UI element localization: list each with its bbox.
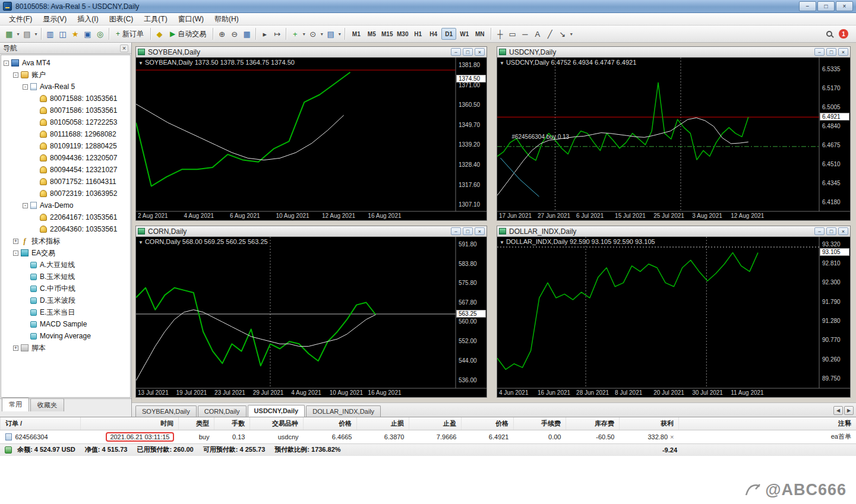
auto-scroll-icon[interactable]: ▸	[258, 27, 271, 40]
menu-item[interactable]: 帮助(H)	[209, 12, 244, 26]
chart-minimize-button[interactable]: −	[451, 227, 461, 235]
column-header[interactable]: 交易品种	[250, 417, 304, 430]
chart-window-titlebar[interactable]: USDCNY,Daily − □ ×	[497, 47, 850, 58]
navigator-icon[interactable]: ★	[69, 27, 81, 40]
collapse-triangle-icon[interactable]: ▼	[138, 240, 143, 245]
nav-tree-item[interactable]: -Ava-Demo	[1, 199, 130, 211]
autotrading-button[interactable]: ▶自动交易	[166, 27, 210, 40]
nav-tree-item[interactable]: +f技术指标	[1, 235, 130, 247]
collapse-triangle-icon[interactable]: ▼	[500, 61, 504, 66]
new-chart-icon[interactable]: ▦	[3, 27, 15, 40]
nav-tree-item[interactable]: 80071752: 11604311	[1, 176, 130, 188]
collapse-triangle-icon[interactable]: ▼	[138, 61, 143, 66]
dropdown-arrow-icon[interactable]: ▾	[15, 27, 21, 40]
dropdown-arrow-icon[interactable]: ▾	[319, 27, 324, 40]
column-header[interactable]: 订单 /	[1, 417, 81, 430]
arrows-icon[interactable]: ↘	[556, 27, 568, 40]
maximize-button[interactable]: □	[817, 1, 835, 11]
column-header[interactable]: 类型	[179, 417, 214, 430]
hline-icon[interactable]: ─	[519, 27, 531, 40]
nav-tree-item[interactable]: 80094436: 12320507	[1, 152, 130, 164]
menu-item[interactable]: 图表(C)	[104, 12, 139, 26]
nav-tree-item[interactable]: 80071586: 10353561	[1, 104, 130, 116]
order-row[interactable]: 624566304 2021.06.21 03:11:15 buy 0.13 u…	[1, 430, 856, 443]
nav-tree-item[interactable]: -Ava MT4	[1, 57, 130, 69]
templates-icon[interactable]: ▤	[324, 27, 337, 40]
timeframe-M30[interactable]: M30	[395, 28, 410, 40]
column-header[interactable]: 手数	[214, 417, 250, 430]
chart-canvas-usdcny[interactable]: ▼USDCNY,Daily 6.4752 6.4934 6.4747 6.492…	[497, 58, 850, 220]
collapse-triangle-icon[interactable]: ▼	[500, 240, 504, 245]
chart-tab-DOLLAR_INDX,Daily[interactable]: DOLLAR_INDX,Daily	[306, 405, 381, 417]
chart-canvas-corn[interactable]: ▼CORN,Daily 568.00 569.25 560.25 563.25 …	[136, 237, 487, 397]
nav-tree-item[interactable]: Moving Average	[1, 330, 130, 342]
navigator-close-icon[interactable]: ×	[120, 45, 128, 52]
strategy-tester-icon[interactable]: ◎	[94, 27, 106, 40]
nav-tab-常用[interactable]: 常用	[2, 398, 29, 411]
menu-item[interactable]: 插入(I)	[72, 12, 103, 26]
nav-tree-item[interactable]: 22064360: 10353561	[1, 223, 130, 235]
indicators-icon[interactable]: +	[289, 27, 301, 40]
column-header[interactable]: 止盈	[409, 417, 462, 430]
column-header[interactable]: 时间	[81, 417, 179, 430]
terminal-icon[interactable]: ▣	[81, 27, 94, 40]
chart-window-titlebar[interactable]: DOLLAR_INDX,Daily − □ ×	[497, 226, 850, 237]
minimize-button[interactable]: −	[799, 1, 816, 11]
nav-tree-item[interactable]: 80094454: 12321027	[1, 164, 130, 176]
window-titlebar[interactable]: 80105058: Ava-Real 5 - USDCNY,Daily − □ …	[0, 0, 856, 13]
timeframe-M1[interactable]: M1	[349, 28, 364, 40]
timeframe-D1[interactable]: D1	[441, 28, 456, 40]
nav-tree-item[interactable]: -EA交易	[1, 247, 130, 259]
nav-tree-item[interactable]: 80111688: 12968082	[1, 128, 130, 140]
metaeditor-icon[interactable]: ◆	[153, 27, 166, 40]
column-header[interactable]: 止损	[357, 417, 409, 430]
timeframe-H1[interactable]: H1	[410, 28, 425, 40]
column-header[interactable]: 手续费	[514, 417, 566, 430]
trendline-icon[interactable]: ╱	[544, 27, 556, 40]
chart-restore-button[interactable]: □	[826, 227, 836, 235]
chart-canvas-soybean[interactable]: ▼SOYBEAN,Daily 1373.50 1378.75 1364.75 1…	[136, 58, 487, 220]
nav-tree-item[interactable]: C.中币中线	[1, 283, 130, 294]
collapse-box-icon[interactable]: -	[4, 61, 9, 66]
chart-shift-icon[interactable]: ↦	[271, 27, 283, 40]
nav-tree-item[interactable]: B.玉米短线	[1, 271, 130, 283]
rectangle-icon[interactable]: ▭	[506, 27, 519, 40]
timeframe-H4[interactable]: H4	[426, 28, 441, 40]
chart-close-button[interactable]: ×	[475, 227, 485, 235]
text-label-icon[interactable]: A	[531, 27, 544, 40]
timeframe-MN[interactable]: MN	[472, 28, 487, 40]
nav-tree-item[interactable]: MACD Sample	[1, 318, 130, 330]
expand-box-icon[interactable]: +	[13, 239, 18, 244]
nav-tree-item[interactable]: E.玉米当日	[1, 306, 130, 318]
chart-close-button[interactable]: ×	[838, 48, 848, 56]
chart-tab-USDCNY,Daily[interactable]: USDCNY,Daily	[248, 405, 305, 417]
chart-restore-button[interactable]: □	[463, 48, 473, 56]
collapse-box-icon[interactable]: -	[13, 251, 18, 256]
collapse-box-icon[interactable]: -	[13, 72, 18, 78]
nav-tree-item[interactable]: -账户	[1, 69, 130, 81]
nav-tree-item[interactable]: 80071588: 10353561	[1, 93, 130, 104]
dropdown-arrow-icon[interactable]: ▾	[301, 27, 307, 40]
menu-item[interactable]: 工具(T)	[138, 12, 172, 26]
nav-tree-item[interactable]: 80105058: 12722253	[1, 116, 130, 128]
dropdown-arrow-icon[interactable]: ▾	[33, 27, 39, 40]
timeframe-M15[interactable]: M15	[380, 28, 394, 40]
expand-box-icon[interactable]: +	[13, 345, 18, 351]
menu-item[interactable]: 文件(F)	[4, 12, 37, 26]
timeframe-M5[interactable]: M5	[364, 28, 379, 40]
chart-close-button[interactable]: ×	[838, 227, 848, 235]
close-position-icon[interactable]: ×	[670, 433, 674, 440]
tile-windows-icon[interactable]: ▦	[241, 27, 253, 40]
zoom-out-icon[interactable]: ⊖	[228, 27, 241, 40]
market-watch-icon[interactable]: ▥	[44, 27, 56, 40]
nav-tree-item[interactable]: 80109119: 12880425	[1, 140, 130, 152]
collapse-box-icon[interactable]: -	[23, 203, 28, 208]
notification-badge[interactable]: 1	[839, 29, 848, 39]
column-header[interactable]: 价格	[462, 417, 514, 430]
chart-window-titlebar[interactable]: CORN,Daily − □ ×	[136, 226, 487, 237]
column-header[interactable]: 获利	[620, 417, 679, 430]
periods-icon[interactable]: ⊙	[307, 27, 319, 40]
nav-tree-item[interactable]: A.大豆短线	[1, 259, 130, 271]
chart-window-titlebar[interactable]: SOYBEAN,Daily − □ ×	[136, 47, 487, 58]
profiles-icon[interactable]: ▤	[21, 27, 33, 40]
